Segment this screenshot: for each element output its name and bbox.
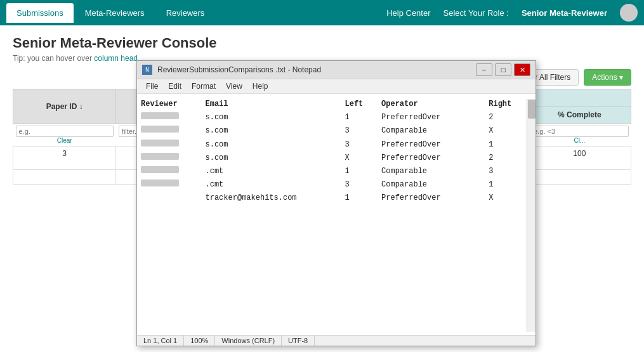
np-reviewer-cell	[141, 165, 206, 178]
np-operator-cell: Comparable	[381, 165, 489, 178]
notepad-app-icon: N	[142, 65, 152, 75]
np-right-cell: 2	[489, 111, 532, 124]
np-email-cell: s.com	[206, 152, 345, 165]
col-percent-complete[interactable]: % Complete	[528, 107, 631, 124]
statusbar-line-ending: Windows (CRLF)	[215, 336, 282, 346]
notepad-data-row: s.com1PreferredOver2	[141, 111, 532, 124]
np-email-cell: s.com	[206, 138, 345, 152]
notepad-data-row: .cmt1Comparable3	[141, 165, 532, 178]
np-left-cell: 1	[345, 111, 382, 124]
maximize-button[interactable]: □	[495, 63, 511, 76]
notepad-data-table: Reviewer Email Left Operator Right s.com…	[141, 98, 532, 205]
tab-reviewers[interactable]: Reviewers	[156, 3, 215, 23]
nav-center: Help Center Select Your Role : Senior Me…	[386, 4, 638, 22]
notepad-title: ReviewerSubmissionComparisons .txt - Not…	[157, 65, 471, 74]
cell-paper-id-bottom	[13, 170, 116, 185]
np-reviewer-cell	[141, 152, 206, 165]
tip-highlight: column head	[94, 54, 138, 63]
current-role[interactable]: Senior Meta-Reviewer	[522, 8, 607, 18]
np-right-cell: 3	[489, 165, 532, 178]
notepad-data-row: s.com3ComparableX	[141, 124, 532, 138]
np-right-cell: 2	[489, 152, 532, 165]
tab-meta-reviewers[interactable]: Meta-Reviewers	[75, 3, 155, 23]
np-operator-cell: PreferredOver	[381, 192, 489, 205]
np-col-email: Email	[206, 98, 345, 111]
np-col-left: Left	[345, 98, 382, 111]
np-col-operator: Operator	[381, 98, 489, 111]
np-operator-cell: PreferredOver	[381, 152, 489, 165]
np-reviewer-cell	[141, 178, 206, 192]
np-left-cell: 1	[345, 165, 382, 178]
statusbar-zoom: 100%	[184, 336, 215, 346]
menu-help[interactable]: Help	[247, 81, 273, 92]
close-button[interactable]: ✕	[514, 63, 530, 76]
np-right-cell: X	[489, 192, 532, 205]
np-left-cell: 3	[345, 178, 382, 192]
filter-percent[interactable]	[530, 126, 628, 137]
notepad-content: Reviewer Email Left Operator Right s.com…	[137, 94, 536, 335]
notepad-data-row: s.com3PreferredOver1	[141, 138, 532, 152]
np-email-cell: s.com	[206, 124, 345, 138]
clear-percent[interactable]: Cl...	[530, 137, 628, 144]
cell-paper-id: 3	[13, 147, 116, 170]
np-reviewer-cell	[141, 111, 206, 124]
notepad-window-controls: − □ ✕	[476, 63, 530, 76]
notepad-titlebar: N ReviewerSubmissionComparisons .txt - N…	[137, 61, 536, 79]
col-paper-id[interactable]: Paper ID ↓	[13, 89, 116, 124]
np-right-cell: X	[489, 124, 532, 138]
user-avatar[interactable]	[620, 4, 638, 22]
menu-view[interactable]: View	[221, 81, 247, 92]
statusbar-position: Ln 1, Col 1	[137, 336, 184, 346]
menu-edit[interactable]: Edit	[163, 81, 187, 92]
np-operator-cell: PreferredOver	[381, 138, 489, 152]
notepad-scrollbar[interactable]	[527, 99, 536, 332]
notepad-menubar: File Edit Format View Help	[137, 79, 536, 94]
np-col-right: Right	[489, 98, 532, 111]
np-email-cell: .cmt	[206, 178, 345, 192]
clear-paper-id[interactable]: Clear	[16, 137, 114, 144]
np-operator-cell: Comparable	[381, 124, 489, 138]
np-reviewer-cell	[141, 138, 206, 152]
page-content: Senior Meta-Reviewer Console Tip: you ca…	[0, 25, 644, 352]
actions-button[interactable]: Actions	[584, 69, 631, 86]
menu-file[interactable]: File	[141, 81, 163, 92]
notepad-data-row: s.comXPreferredOver2	[141, 152, 532, 165]
np-email-cell: s.com	[206, 111, 345, 124]
menu-format[interactable]: Format	[187, 81, 221, 92]
np-operator-cell: PreferredOver	[381, 111, 489, 124]
np-reviewer-cell	[141, 124, 206, 138]
np-left-cell: 3	[345, 138, 382, 152]
notepad-statusbar: Ln 1, Col 1 100% Windows (CRLF) UTF-8	[137, 335, 536, 346]
np-email-cell: tracker@makehits.com	[206, 192, 345, 205]
np-left-cell: X	[345, 152, 382, 165]
statusbar-encoding: UTF-8	[282, 336, 315, 346]
np-left-cell: 3	[345, 124, 382, 138]
cell-percent: 100	[528, 147, 631, 170]
role-select-label: Select Your Role :	[444, 8, 509, 18]
np-reviewer-cell	[141, 192, 206, 205]
np-left-cell: 1	[345, 192, 382, 205]
minimize-button[interactable]: −	[476, 63, 492, 76]
tab-submissions[interactable]: Submissions	[6, 3, 74, 23]
cell-percent-bottom	[528, 170, 631, 185]
page-title: Senior Meta-Reviewer Console	[13, 35, 631, 51]
np-operator-cell: Comparable	[381, 178, 489, 192]
np-right-cell: 1	[489, 138, 532, 152]
np-right-cell: 1	[489, 178, 532, 192]
filter-paper-id[interactable]	[16, 126, 114, 137]
notepad-data-row: tracker@makehits.com1PreferredOverX	[141, 192, 532, 205]
top-navigation: Submissions Meta-Reviewers Reviewers Hel…	[0, 0, 644, 25]
notepad-data-row: .cmt3Comparable1	[141, 178, 532, 192]
np-email-cell: .cmt	[206, 165, 345, 178]
help-center-link[interactable]: Help Center	[386, 8, 430, 18]
scrollbar-thumb[interactable]	[528, 100, 536, 119]
np-col-reviewer: Reviewer	[141, 98, 206, 111]
notepad-window: N ReviewerSubmissionComparisons .txt - N…	[136, 60, 536, 346]
